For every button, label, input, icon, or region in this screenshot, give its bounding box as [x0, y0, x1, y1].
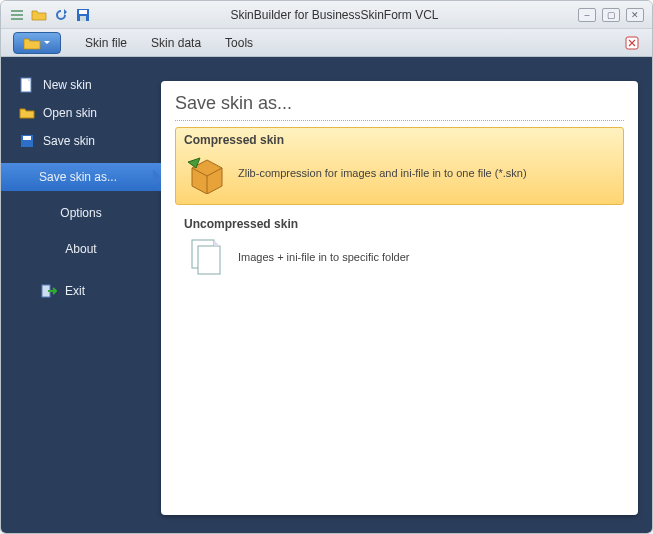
sidebar-label: Save skin	[43, 134, 95, 148]
sidebar-label: About	[65, 242, 96, 256]
svg-rect-5	[80, 16, 86, 21]
svg-rect-2	[11, 18, 23, 20]
sidebar-label: Options	[60, 206, 101, 220]
sidebar-item-options[interactable]: Options	[1, 199, 161, 227]
exit-icon	[41, 283, 57, 299]
document-new-icon	[19, 77, 35, 93]
body: New skin Open skin Save skin Save skin a…	[1, 57, 652, 533]
svg-rect-4	[79, 10, 87, 14]
option-body: Images + ini-file in to specific folder	[176, 234, 623, 280]
content-panel: Save skin as... Compressed skin Zlib-com…	[161, 81, 638, 515]
sidebar-label: New skin	[43, 78, 92, 92]
chevron-down-icon	[43, 39, 51, 47]
sidebar-item-save-skin[interactable]: Save skin	[1, 127, 161, 155]
minimize-button[interactable]: –	[578, 8, 596, 22]
refresh-icon[interactable]	[53, 7, 69, 23]
app-window: SkinBuilder for BusinessSkinForm VCL – ▢…	[0, 0, 653, 534]
save-icon	[19, 133, 35, 149]
svg-rect-12	[198, 246, 220, 274]
panel-title: Save skin as...	[175, 93, 624, 121]
package-icon	[186, 152, 228, 194]
menu-skindata[interactable]: Skin data	[151, 36, 201, 50]
option-uncompressed-skin[interactable]: Uncompressed skin Images + ini-file in t…	[175, 211, 624, 289]
svg-rect-1	[11, 14, 23, 16]
sidebar-item-exit[interactable]: Exit	[1, 277, 161, 305]
close-button[interactable]: ✕	[626, 8, 644, 22]
menu-tools[interactable]: Tools	[225, 36, 253, 50]
sidebar-label: Open skin	[43, 106, 97, 120]
window-controls: – ▢ ✕	[578, 8, 644, 22]
menu-icon[interactable]	[9, 7, 25, 23]
option-body: Zlib-compression for images and ini-file…	[176, 150, 623, 196]
menubar: Skin file Skin data Tools	[1, 29, 652, 57]
help-icon[interactable]	[624, 35, 640, 51]
option-header: Uncompressed skin	[176, 212, 623, 234]
window-title: SkinBuilder for BusinessSkinForm VCL	[91, 8, 578, 22]
save-icon[interactable]	[75, 7, 91, 23]
sidebar-label: Save skin as...	[39, 170, 117, 184]
sidebar: New skin Open skin Save skin Save skin a…	[1, 67, 161, 515]
option-desc: Zlib-compression for images and ini-file…	[238, 167, 527, 179]
sidebar-item-save-skin-as[interactable]: Save skin as...	[1, 163, 161, 191]
menu-skinfile[interactable]: Skin file	[85, 36, 127, 50]
sidebar-item-about[interactable]: About	[1, 235, 161, 263]
titlebar-quick-icons	[9, 7, 91, 23]
app-menu-button[interactable]	[13, 32, 61, 54]
option-desc: Images + ini-file in to specific folder	[238, 251, 410, 263]
option-compressed-skin[interactable]: Compressed skin Zlib-compression for ima…	[175, 127, 624, 205]
folder-app-icon	[23, 36, 41, 50]
titlebar: SkinBuilder for BusinessSkinForm VCL – ▢…	[1, 1, 652, 29]
documents-icon	[186, 236, 228, 278]
folder-open-icon	[19, 105, 35, 121]
sidebar-item-new-skin[interactable]: New skin	[1, 71, 161, 99]
maximize-button[interactable]: ▢	[602, 8, 620, 22]
sidebar-item-open-skin[interactable]: Open skin	[1, 99, 161, 127]
svg-rect-0	[11, 10, 23, 12]
folder-open-icon[interactable]	[31, 7, 47, 23]
option-header: Compressed skin	[176, 128, 623, 150]
svg-rect-9	[23, 136, 31, 140]
sidebar-label: Exit	[65, 284, 85, 298]
